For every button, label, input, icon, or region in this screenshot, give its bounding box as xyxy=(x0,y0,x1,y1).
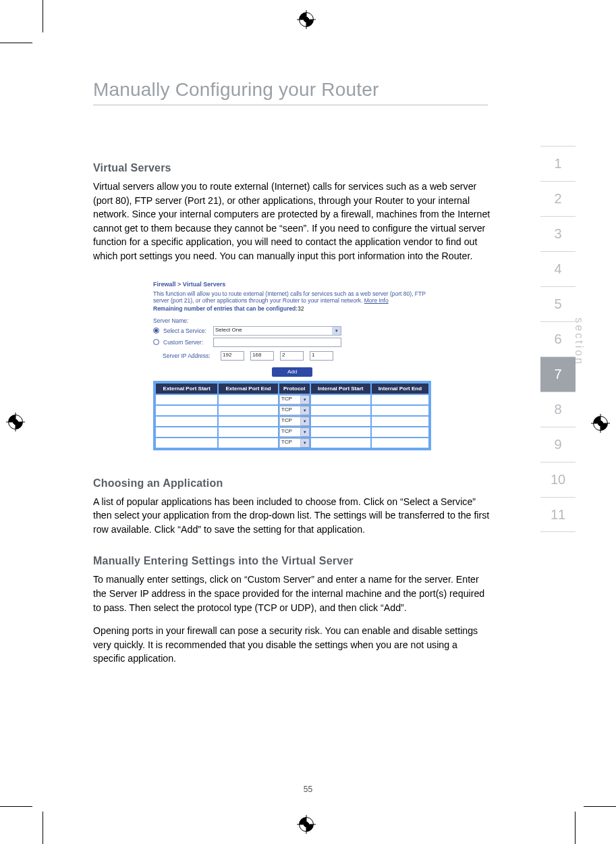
section-tabs: 1234567891011 xyxy=(540,146,576,532)
virtual-servers-body: Virtual servers allow you to route exter… xyxy=(93,180,491,263)
page-number: 55 xyxy=(0,785,616,794)
chevron-down-icon: ▾ xyxy=(301,438,310,448)
port-input[interactable] xyxy=(311,427,370,437)
ip-octet-4[interactable]: 1 xyxy=(310,351,333,361)
virtual-server-table: External Port StartExternal Port EndProt… xyxy=(153,381,431,450)
chevron-down-icon: ▾ xyxy=(332,327,341,335)
protocol-select[interactable]: TCP▾ xyxy=(279,395,310,404)
crop-mark xyxy=(584,806,616,807)
title-divider xyxy=(93,105,488,105)
remaining-entries: Remaining number of entries that can be … xyxy=(153,305,431,312)
section-tab-8[interactable]: 8 xyxy=(540,392,576,427)
registration-mark-icon xyxy=(299,12,314,27)
port-input[interactable] xyxy=(156,438,217,448)
custom-server-input[interactable] xyxy=(213,338,341,347)
server-ip-label: Server IP Address: xyxy=(163,352,217,359)
table-header: Protocol xyxy=(279,384,310,394)
table-header: External Port Start xyxy=(156,384,217,394)
breadcrumb-part: Virtual Servers xyxy=(183,281,225,288)
crop-mark xyxy=(0,43,32,43)
registration-mark-icon xyxy=(8,415,23,429)
server-name-label: Server Name: xyxy=(153,317,431,324)
select-service-radio[interactable] xyxy=(153,327,159,334)
port-input[interactable] xyxy=(311,406,370,415)
port-input[interactable] xyxy=(311,395,370,404)
table-header: Internal Port End xyxy=(372,384,428,394)
port-input[interactable] xyxy=(372,395,428,404)
table-row: TCP▾ xyxy=(156,438,428,448)
port-input[interactable] xyxy=(219,417,278,426)
manual-entry-body-2: Opening ports in your firewall can pose … xyxy=(93,624,491,666)
ip-octet-3[interactable]: 2 xyxy=(280,351,304,361)
add-button[interactable]: Add xyxy=(272,367,312,377)
port-input[interactable] xyxy=(219,406,278,415)
section-tab-6[interactable]: 6 xyxy=(540,321,576,357)
chevron-down-icon: ▾ xyxy=(301,427,310,437)
breadcrumb-part: Firewall xyxy=(153,281,176,288)
chevron-down-icon: ▾ xyxy=(301,417,310,426)
virtual-servers-screenshot: Firewall > Virtual Servers This function… xyxy=(141,273,443,461)
table-header: Internal Port Start xyxy=(311,384,370,394)
page-title: Manually Configuring your Router xyxy=(93,79,379,101)
virtual-servers-heading: Virtual Servers xyxy=(93,162,491,174)
custom-server-radio[interactable] xyxy=(153,339,159,345)
port-input[interactable] xyxy=(156,395,217,404)
protocol-select[interactable]: TCP▾ xyxy=(279,427,310,437)
screenshot-description: This function will allow you to route ex… xyxy=(153,290,431,304)
chevron-down-icon: ▾ xyxy=(301,406,310,415)
section-tab-3[interactable]: 3 xyxy=(540,216,576,251)
port-input[interactable] xyxy=(219,395,278,404)
section-tab-4[interactable]: 4 xyxy=(540,251,576,286)
manual-entry-heading: Manually Entering Settings into the Virt… xyxy=(93,555,491,567)
ip-octet-1[interactable]: 192 xyxy=(221,351,244,361)
section-tab-5[interactable]: 5 xyxy=(540,286,576,321)
port-input[interactable] xyxy=(372,427,428,437)
table-row: TCP▾ xyxy=(156,406,428,415)
manual-entry-body-1: To manually enter settings, click on “Cu… xyxy=(93,573,491,614)
port-input[interactable] xyxy=(372,417,428,426)
registration-mark-icon xyxy=(593,416,608,431)
port-input[interactable] xyxy=(156,417,217,426)
more-info-link[interactable]: More Info xyxy=(364,297,389,304)
crop-mark xyxy=(43,812,43,844)
select-service-label: Select a Service: xyxy=(163,327,209,334)
table-row: TCP▾ xyxy=(156,417,428,426)
port-input[interactable] xyxy=(156,427,217,437)
protocol-select[interactable]: TCP▾ xyxy=(279,417,310,426)
section-tab-10[interactable]: 10 xyxy=(540,462,576,497)
chevron-down-icon: ▾ xyxy=(301,395,310,404)
section-tab-1[interactable]: 1 xyxy=(540,146,576,181)
section-tab-2[interactable]: 2 xyxy=(540,181,576,216)
choosing-application-body: A list of popular applications has been … xyxy=(93,495,491,537)
table-header: External Port End xyxy=(219,384,278,394)
crop-mark xyxy=(43,0,43,32)
section-tab-7[interactable]: 7 xyxy=(540,357,576,392)
table-row: TCP▾ xyxy=(156,395,428,404)
protocol-select[interactable]: TCP▾ xyxy=(279,438,310,448)
port-input[interactable] xyxy=(372,406,428,415)
custom-server-label: Custom Server: xyxy=(163,339,209,346)
choosing-application-heading: Choosing an Application xyxy=(93,477,491,490)
breadcrumb: Firewall > Virtual Servers xyxy=(153,281,431,288)
select-service-dropdown[interactable]: Select One ▾ xyxy=(213,326,341,336)
port-input[interactable] xyxy=(372,438,428,448)
registration-mark-icon xyxy=(299,817,314,832)
port-input[interactable] xyxy=(156,406,217,415)
protocol-select[interactable]: TCP▾ xyxy=(279,406,310,415)
ip-octet-2[interactable]: 168 xyxy=(250,351,274,361)
port-input[interactable] xyxy=(311,417,370,426)
port-input[interactable] xyxy=(311,438,370,448)
crop-mark xyxy=(575,812,576,844)
port-input[interactable] xyxy=(219,438,278,448)
table-row: TCP▾ xyxy=(156,427,428,437)
port-input[interactable] xyxy=(219,427,278,437)
section-tab-11[interactable]: 11 xyxy=(540,497,576,532)
section-tab-9[interactable]: 9 xyxy=(540,427,576,462)
crop-mark xyxy=(0,806,32,807)
breadcrumb-separator: > xyxy=(177,281,181,288)
